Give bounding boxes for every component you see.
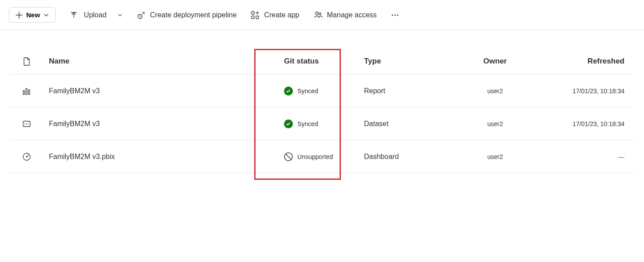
create-pipeline-label: Create deployment pipeline (150, 11, 237, 19)
ellipsis-icon (391, 11, 399, 19)
plus-icon (16, 12, 23, 19)
row-git-cell: Unsupported (280, 152, 364, 161)
row-name[interactable]: FamilyBM2M v3.pbix (44, 153, 280, 161)
chevron-down-icon (44, 12, 49, 18)
upload-icon (70, 11, 78, 19)
dashboard-icon (22, 152, 32, 162)
row-owner: user2 (457, 153, 533, 160)
workspace-table: Name Git status Type Owner Refreshed Fam… (9, 48, 635, 173)
report-icon (22, 86, 32, 96)
row-refreshed: — (533, 153, 635, 160)
svg-rect-1 (252, 12, 254, 14)
row-refreshed: 17/01/23, 10:18:34 (533, 87, 635, 95)
svg-point-15 (28, 123, 29, 124)
manage-access-button[interactable]: Manage access (314, 11, 377, 20)
git-status-text: Unsupported (297, 153, 333, 160)
svg-rect-9 (23, 91, 24, 95)
row-owner: user2 (457, 120, 533, 127)
file-icon (23, 57, 31, 66)
row-type: Dataset (364, 120, 457, 128)
upload-label: Upload (84, 11, 107, 19)
header-name[interactable]: Name (44, 57, 280, 66)
header-owner[interactable]: Owner (457, 57, 533, 66)
create-app-button[interactable]: Create app (251, 11, 299, 20)
svg-rect-3 (256, 16, 259, 19)
row-type-icon (9, 152, 44, 162)
table-row[interactable]: FamilyBM2M v3.pbix Unsupported Dashboard… (9, 140, 635, 173)
toolbar: New Upload Create deployment pipeline Cr… (0, 0, 644, 30)
create-deployment-pipeline-button[interactable]: Create deployment pipeline (137, 11, 237, 20)
svg-point-4 (316, 12, 318, 15)
table-header-row: Name Git status Type Owner Refreshed (9, 48, 635, 75)
unsupported-icon (284, 152, 293, 161)
svg-point-5 (319, 12, 320, 14)
app-icon (251, 11, 260, 20)
svg-point-14 (26, 123, 27, 124)
svg-rect-2 (252, 16, 254, 19)
more-options-button[interactable] (391, 11, 399, 19)
check-circle-icon (284, 87, 293, 95)
svg-point-7 (394, 14, 396, 16)
svg-rect-11 (28, 90, 30, 95)
header-refreshed[interactable]: Refreshed (533, 57, 635, 66)
content-area: Name Git status Type Owner Refreshed Fam… (0, 30, 644, 182)
row-git-cell: Synced (280, 119, 364, 128)
row-type-icon (9, 119, 44, 129)
upload-button[interactable]: Upload (70, 11, 123, 19)
row-owner: user2 (457, 87, 533, 95)
row-name[interactable]: FamilyBM2M v3 (44, 120, 280, 128)
table-row[interactable]: FamilyBM2M v3 Synced Report user2 17/01/… (9, 75, 635, 107)
new-button[interactable]: New (9, 7, 56, 23)
new-button-label: New (26, 11, 40, 19)
row-refreshed: 17/01/23, 10:18:34 (533, 120, 635, 127)
dataset-icon (22, 119, 32, 129)
table-row[interactable]: FamilyBM2M v3 Synced Dataset user2 17/01… (9, 107, 635, 140)
svg-point-17 (26, 156, 28, 157)
row-name[interactable]: FamilyBM2M v3 (44, 87, 280, 95)
git-status-text: Synced (297, 120, 318, 127)
pipeline-icon (137, 11, 146, 20)
check-circle-icon (284, 119, 293, 128)
manage-access-label: Manage access (327, 11, 377, 19)
header-type[interactable]: Type (364, 57, 457, 66)
row-type: Dashboard (364, 153, 457, 161)
chevron-down-icon (117, 12, 123, 18)
header-git-status[interactable]: Git status (280, 57, 364, 66)
svg-point-6 (392, 14, 393, 16)
svg-rect-10 (26, 88, 27, 95)
row-type-icon (9, 86, 44, 96)
svg-point-8 (397, 14, 398, 16)
svg-point-13 (24, 123, 25, 124)
header-icon-col (9, 57, 44, 66)
row-git-cell: Synced (280, 87, 364, 95)
row-type: Report (364, 87, 457, 95)
people-icon (314, 11, 323, 20)
create-app-label: Create app (264, 11, 299, 19)
git-status-text: Synced (297, 87, 318, 95)
